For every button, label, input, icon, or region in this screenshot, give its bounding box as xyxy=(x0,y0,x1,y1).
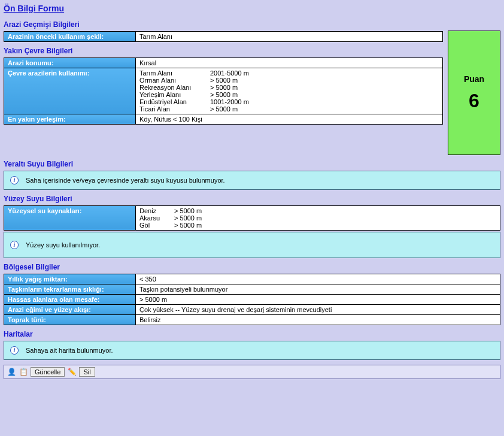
kv-key: Endüstriyel Alan xyxy=(139,98,205,105)
kv-dist: > 5000 m xyxy=(210,84,270,91)
prev-use-label: Arazinin önceki kullanım şekli: xyxy=(4,32,136,42)
kv-dist: 1001-2000 m xyxy=(210,98,270,105)
rain-label: Yıllık yağış miktarı: xyxy=(4,274,136,284)
section-surfacewater: Yüzey Suyu Bilgileri xyxy=(4,195,500,203)
kv-key: Tarım Alanı xyxy=(139,69,205,77)
kv-dist: > 5000 m xyxy=(174,207,228,214)
kv-row: Rekreasyon Alanı> 5000 m xyxy=(139,84,439,91)
section-groundwater: Yeraltı Suyu Bilgileri xyxy=(4,160,500,168)
score-label: Puan xyxy=(464,74,484,84)
soil-label: Toprak türü: xyxy=(4,315,136,325)
eraser-icon[interactable]: ✏️ xyxy=(67,367,77,377)
surface-sources-label: Yüzeysel su kaynakları: xyxy=(4,206,136,231)
slope-label: Arazi eğimi ve yüzey akışı: xyxy=(4,305,136,315)
kv-key: Deniz xyxy=(139,207,169,214)
surfacewater-table: Yüzeysel su kaynakları: Deniz> 5000 mAka… xyxy=(4,205,500,231)
surfacewater-info: i Yüzey suyu kullanılmıyor. xyxy=(4,232,500,258)
location-label: Arazi konumu: xyxy=(4,58,136,68)
kv-row: Tarım Alanı2001-5000 m xyxy=(139,69,439,77)
prev-use-value: Tarım Alanı xyxy=(136,32,443,42)
section-history: Arazi Geçmişi Bilgileri xyxy=(4,20,443,29)
settlement-label: En yakın yerleşim: xyxy=(4,114,136,125)
kv-row: Akarsu> 5000 m xyxy=(139,214,496,222)
kv-row: Orman Alanı> 5000 m xyxy=(139,77,439,84)
sensitive-value: > 5000 m xyxy=(136,295,500,305)
info-icon: i xyxy=(10,241,19,249)
user-icon[interactable]: 👤 xyxy=(7,367,16,377)
kv-row: Ticari Alan> 5000 m xyxy=(139,105,439,113)
kv-row: Deniz> 5000 m xyxy=(139,207,496,214)
kv-row: Endüstriyel Alan1001-2000 m xyxy=(139,98,439,105)
kv-row: Göl> 5000 m xyxy=(139,222,496,229)
surface-sources-list: Deniz> 5000 mAkarsu> 5000 mGöl> 5000 m xyxy=(136,206,500,231)
info-icon: i xyxy=(10,176,19,184)
location-value: Kırsal xyxy=(136,58,443,68)
copy-icon[interactable]: 📋 xyxy=(19,367,28,377)
kv-key: Ticari Alan xyxy=(139,105,205,113)
groundwater-info-text: Saha içerisinde ve/veya çevresinde yeral… xyxy=(26,177,225,184)
rain-value: < 350 xyxy=(136,274,500,284)
kv-dist: > 5000 m xyxy=(174,222,228,229)
sensitive-label: Hassas alanlara olan mesafe: xyxy=(4,295,136,305)
toolbar: 👤 📋 Güncelle ✏️ Sil xyxy=(4,365,500,379)
maps-info: i Sahaya ait harita bulunmuyor. xyxy=(4,341,500,360)
delete-button[interactable]: Sil xyxy=(79,367,95,377)
env-usage-label: Çevre arazilerin kullanımı: xyxy=(4,68,136,114)
settlement-value: Köy, Nüfus < 100 Kişi xyxy=(136,114,443,125)
regional-table: Yıllık yağış miktarı: < 350 Taşkınların … xyxy=(4,274,500,325)
kv-key: Rekreasyon Alanı xyxy=(139,84,205,91)
kv-key: Orman Alanı xyxy=(139,77,205,84)
info-icon: i xyxy=(10,346,19,355)
kv-dist: > 5000 m xyxy=(210,77,270,84)
kv-key: Akarsu xyxy=(139,214,169,222)
kv-key: Yerleşim Alanı xyxy=(139,91,205,98)
env-usage-list: Tarım Alanı2001-5000 mOrman Alanı> 5000 … xyxy=(136,68,443,114)
surfacewater-info-text: Yüzey suyu kullanılmıyor. xyxy=(26,241,100,249)
flood-value: Taşkın potansiyeli bulunmuyor xyxy=(136,284,500,295)
history-table: Arazinin önceki kullanım şekli: Tarım Al… xyxy=(4,31,443,42)
groundwater-info: i Saha içerisinde ve/veya çevresinde yer… xyxy=(4,171,500,190)
section-maps: Haritalar xyxy=(4,330,500,338)
page-title: Ön Bilgi Formu xyxy=(4,4,500,13)
kv-dist: 2001-5000 m xyxy=(210,69,270,77)
kv-dist: > 5000 m xyxy=(210,105,270,113)
environment-table: Arazi konumu: Kırsal Çevre arazilerin ku… xyxy=(4,57,443,125)
score-value: 6 xyxy=(469,90,479,112)
maps-info-text: Sahaya ait harita bulunmuyor. xyxy=(26,347,113,354)
kv-row: Yerleşim Alanı> 5000 m xyxy=(139,91,439,98)
section-regional: Bölgesel Bilgiler xyxy=(4,263,500,271)
kv-dist: > 5000 m xyxy=(210,91,270,98)
score-panel: Puan 6 xyxy=(448,31,500,155)
flood-label: Taşkınların tekrarlanma sıklığı: xyxy=(4,284,136,295)
kv-dist: > 5000 m xyxy=(174,214,228,222)
slope-value: Çok yüksek -- Yüzey suyu drenaj ve deşar… xyxy=(136,305,500,315)
update-button[interactable]: Güncelle xyxy=(31,367,65,377)
soil-value: Belirsiz xyxy=(136,315,500,325)
section-environment: Yakın Çevre Bilgileri xyxy=(4,47,443,55)
kv-key: Göl xyxy=(139,222,169,229)
